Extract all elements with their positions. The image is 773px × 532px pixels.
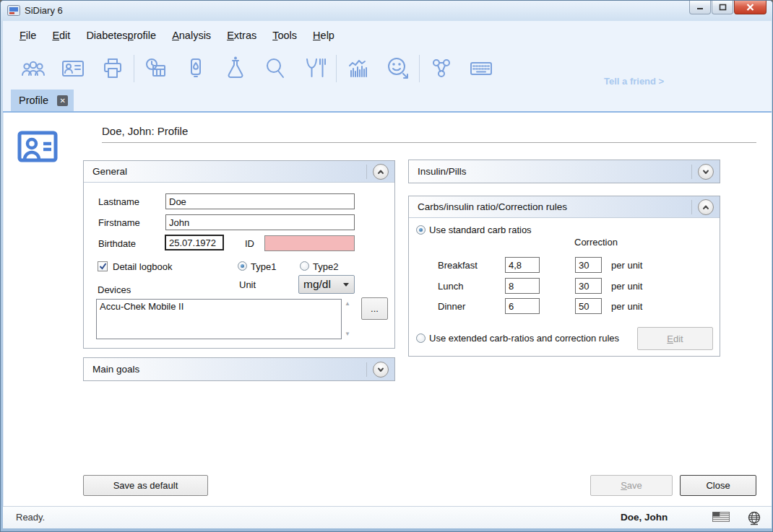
window-title: SiDiary 6 bbox=[25, 1, 63, 20]
lunch-correction-input[interactable] bbox=[575, 278, 602, 294]
menu-file[interactable]: File bbox=[12, 26, 44, 45]
main-goals-panel-header[interactable]: Main goals bbox=[84, 358, 394, 380]
detail-logbook-label[interactable]: Detail logbook bbox=[113, 261, 172, 272]
general-panel: General Lastname Firstname Birthdate ID … bbox=[83, 160, 395, 349]
device-list-item[interactable]: Accu-Chek Mobile II bbox=[100, 301, 338, 312]
app-icon bbox=[7, 5, 20, 16]
insulin-pills-panel-title: Insulin/Pills bbox=[409, 166, 691, 177]
maximize-button[interactable] bbox=[712, 1, 733, 14]
tab-profile-label: Profile bbox=[19, 95, 48, 106]
titlebar[interactable]: SiDiary 6 bbox=[1, 1, 772, 21]
type2-label[interactable]: Type2 bbox=[313, 261, 338, 272]
menubar: File Edit Diabetesprofile Analysis Extra… bbox=[3, 22, 772, 48]
devices-listbox[interactable]: Accu-Chek Mobile II bbox=[96, 299, 342, 339]
devices-label: Devices bbox=[98, 284, 131, 295]
menu-edit[interactable]: Edit bbox=[44, 26, 78, 45]
toolbar-separator bbox=[134, 55, 134, 82]
printer-icon[interactable] bbox=[92, 54, 132, 83]
tab-close-icon[interactable]: ✕ bbox=[57, 95, 68, 106]
insulin-pills-panel: Insulin/Pills bbox=[408, 160, 720, 183]
lab-icon[interactable] bbox=[215, 54, 255, 83]
carbs-panel-title: Carbs/insulin ratio/Correction rules bbox=[409, 201, 691, 212]
lunch-label: Lunch bbox=[438, 281, 463, 292]
collapse-down-icon[interactable] bbox=[373, 362, 389, 378]
collapse-down-icon[interactable] bbox=[698, 164, 714, 180]
menu-help[interactable]: Help bbox=[305, 26, 342, 45]
breakfast-correction-input[interactable] bbox=[575, 257, 602, 273]
edit-button[interactable]: Edit bbox=[637, 327, 713, 350]
detail-logbook-checkbox[interactable] bbox=[98, 261, 108, 271]
page-title: Doe, John: Profile bbox=[102, 125, 188, 137]
scroll-up-icon[interactable]: ▲ bbox=[345, 300, 350, 308]
search-icon[interactable] bbox=[255, 54, 295, 83]
chevron-down-icon bbox=[343, 283, 349, 287]
menu-analysis[interactable]: Analysis bbox=[164, 26, 219, 45]
tab-profile[interactable]: Profile ✕ bbox=[11, 90, 74, 111]
extended-carb-ratios-label[interactable]: Use extended carb-ratios and correction … bbox=[429, 333, 619, 344]
profile-page-icon bbox=[17, 128, 59, 165]
correction-header: Correction bbox=[574, 237, 618, 248]
id-label: ID bbox=[245, 238, 254, 249]
firstname-input[interactable] bbox=[165, 214, 355, 230]
device-import-icon[interactable] bbox=[176, 54, 215, 83]
menu-tools[interactable]: Tools bbox=[264, 26, 305, 45]
statusbar: Ready. Doe, John bbox=[3, 506, 772, 528]
general-panel-title: General bbox=[84, 166, 366, 177]
collapse-up-icon[interactable] bbox=[373, 164, 389, 180]
type1-label[interactable]: Type1 bbox=[251, 261, 276, 272]
globe-icon[interactable] bbox=[747, 511, 761, 526]
statistics-icon[interactable] bbox=[338, 54, 378, 83]
app-window: SiDiary 6 File Edit Diabetesprofile Anal… bbox=[0, 0, 773, 532]
scroll-down-icon[interactable]: ▼ bbox=[345, 331, 350, 338]
toolbar-separator bbox=[419, 55, 420, 82]
type2-radio[interactable] bbox=[300, 261, 309, 271]
standard-carb-ratios-label[interactable]: Use standard carb ratios bbox=[429, 224, 532, 235]
dinner-correction-input[interactable] bbox=[575, 298, 602, 314]
unit-combobox[interactable]: mg/dl bbox=[298, 275, 355, 294]
birthdate-label: Birthdate bbox=[98, 238, 136, 249]
save-as-default-button[interactable]: Save as default bbox=[83, 475, 208, 496]
share-icon[interactable] bbox=[421, 54, 461, 83]
close-dialog-button[interactable]: Close bbox=[680, 475, 756, 496]
dinner-ratio-input[interactable] bbox=[505, 298, 540, 314]
menu-extras[interactable]: Extras bbox=[219, 26, 264, 45]
minimize-button[interactable] bbox=[689, 1, 711, 14]
heading-divider bbox=[102, 142, 756, 143]
standard-carb-ratios-radio[interactable] bbox=[416, 225, 426, 235]
devices-scrollbar: ▲ ▼ bbox=[342, 300, 353, 338]
wellbeing-icon[interactable] bbox=[378, 54, 418, 83]
extended-carb-ratios-radio[interactable] bbox=[416, 333, 426, 343]
lunch-per-unit-label: per unit bbox=[611, 281, 642, 292]
header-separator bbox=[366, 362, 367, 377]
keyboard-icon[interactable] bbox=[461, 54, 501, 83]
devices-browse-button[interactable]: ... bbox=[361, 297, 388, 320]
collapse-up-icon[interactable] bbox=[698, 199, 714, 215]
save-button[interactable]: Save bbox=[590, 475, 673, 496]
breakfast-label: Breakfast bbox=[438, 260, 478, 271]
nutrition-icon[interactable] bbox=[295, 54, 334, 83]
breakfast-ratio-input[interactable] bbox=[505, 257, 540, 273]
unit-value: mg/dl bbox=[299, 278, 343, 291]
carbs-panel-header[interactable]: Carbs/insulin ratio/Correction rules bbox=[409, 196, 720, 218]
type1-radio[interactable] bbox=[238, 261, 247, 271]
lunch-ratio-input[interactable] bbox=[505, 278, 540, 294]
lastname-label: Lastname bbox=[98, 196, 139, 207]
close-button[interactable] bbox=[734, 1, 766, 14]
status-message: Ready. bbox=[16, 512, 45, 523]
birthdate-input[interactable] bbox=[165, 235, 224, 250]
general-panel-header[interactable]: General bbox=[84, 161, 394, 183]
firstname-label: Firstname bbox=[98, 217, 140, 228]
header-separator bbox=[366, 165, 367, 179]
us-flag-icon[interactable] bbox=[712, 511, 730, 523]
menu-diabetesprofile[interactable]: Diabetesprofile bbox=[78, 26, 164, 45]
carbs-panel: Carbs/insulin ratio/Correction rules Use… bbox=[408, 196, 720, 357]
id-input[interactable] bbox=[264, 235, 355, 251]
patients-icon[interactable] bbox=[13, 54, 53, 83]
lastname-input[interactable] bbox=[165, 193, 355, 209]
tell-a-friend-link[interactable]: Tell a friend > bbox=[604, 76, 664, 87]
main-goals-panel-title: Main goals bbox=[84, 364, 366, 375]
logbook-icon[interactable] bbox=[136, 54, 176, 83]
profile-card-icon[interactable] bbox=[53, 54, 92, 83]
insulin-pills-panel-header[interactable]: Insulin/Pills bbox=[409, 160, 720, 183]
header-separator bbox=[691, 200, 692, 214]
